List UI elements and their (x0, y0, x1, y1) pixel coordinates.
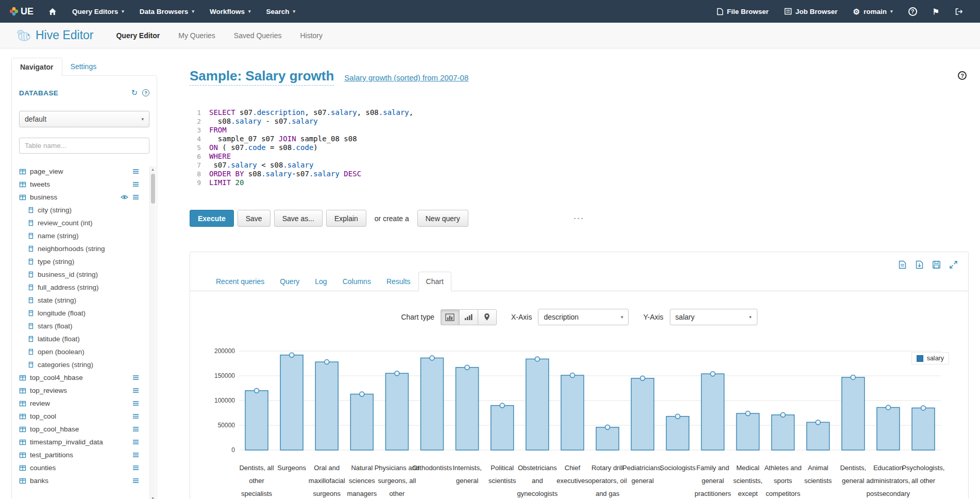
chart-type-map-button[interactable] (478, 309, 497, 325)
tab-query-editor[interactable]: Query Editor (116, 31, 160, 40)
scrollbar-thumb[interactable] (151, 174, 155, 204)
chart-point[interactable] (605, 425, 610, 429)
chart-point[interactable] (781, 412, 785, 417)
tab-query[interactable]: Query (272, 272, 307, 291)
table-search-input[interactable] (19, 138, 149, 154)
tab-my-queries[interactable]: My Queries (178, 31, 215, 40)
chart-point[interactable] (325, 360, 329, 364)
column-row[interactable]: open (boolean) (19, 345, 149, 358)
query-subtitle-link[interactable]: Salary growth (sorted) from 2007-08 (344, 73, 468, 82)
tab-columns[interactable]: Columns (335, 272, 379, 291)
app-title[interactable]: Hive Editor (15, 28, 93, 42)
table-row[interactable]: top_cool4_hbase (19, 371, 149, 384)
chart-bar[interactable] (350, 394, 373, 451)
chart-bar[interactable] (666, 417, 689, 450)
chart-type-bar-button[interactable] (441, 309, 460, 325)
table-row[interactable]: top_reviews (19, 384, 149, 397)
chart-bar[interactable] (631, 378, 654, 450)
chart-bar[interactable] (807, 422, 830, 450)
tab-recent-queries[interactable]: Recent queries (208, 272, 272, 291)
chart-point[interactable] (395, 371, 399, 376)
columns-list-icon[interactable] (132, 375, 139, 380)
menu-data-browsers[interactable]: Data Browsers ▾ (132, 0, 202, 23)
chart-bar[interactable] (491, 406, 514, 450)
save-as-button[interactable]: Save as... (274, 210, 323, 227)
column-row[interactable]: neighborhoods (string (19, 242, 149, 255)
hue-logo[interactable]: UE (9, 6, 33, 17)
resize-handle[interactable]: ··· (574, 214, 585, 223)
columns-list-icon[interactable] (132, 478, 139, 484)
refresh-icon[interactable]: ↻ (131, 88, 138, 97)
chart-bar[interactable] (596, 427, 619, 450)
fullscreen-icon[interactable] (949, 260, 958, 269)
table-row[interactable]: counties (19, 461, 149, 474)
columns-list-icon[interactable] (132, 181, 139, 187)
chart-point[interactable] (255, 388, 259, 393)
chart-bar[interactable] (701, 374, 724, 450)
y-axis-select[interactable]: salary ▾ (670, 309, 757, 325)
chart-point[interactable] (360, 392, 364, 396)
chart-bar[interactable] (245, 391, 268, 450)
chart-bar[interactable] (456, 368, 479, 450)
download-xls-icon[interactable] (898, 260, 907, 269)
column-row[interactable]: review_count (int) (19, 217, 149, 229)
columns-list-icon[interactable] (132, 401, 139, 406)
user-menu[interactable]: ⚙ romain ▾ (846, 0, 901, 23)
column-row[interactable]: categories (string) (19, 358, 149, 371)
scroll-down-icon[interactable]: ▼ (151, 495, 155, 499)
new-query-button[interactable]: New query (417, 210, 468, 227)
help-button[interactable]: ? (901, 0, 925, 23)
columns-list-icon[interactable] (132, 388, 139, 393)
column-row[interactable]: state (string) (19, 294, 149, 307)
table-row[interactable]: top_cool_hbase (19, 423, 149, 436)
chart-point[interactable] (500, 403, 504, 408)
explain-button[interactable]: Explain (326, 210, 366, 227)
menu-workflows[interactable]: Workflows ▾ (202, 0, 259, 23)
chart-bar[interactable] (736, 413, 759, 450)
sidebar-scrollbar[interactable]: ▲ ▼ (149, 166, 156, 499)
column-row[interactable]: type (string) (19, 255, 149, 268)
chart-bar[interactable] (526, 359, 549, 450)
flag-button[interactable]: ⚑ (925, 0, 947, 23)
columns-list-icon[interactable] (132, 413, 139, 419)
preview-eye-icon[interactable] (121, 194, 128, 200)
chart-point[interactable] (711, 372, 715, 376)
chart-bar[interactable] (877, 407, 900, 450)
table-row[interactable]: test_partitions (19, 448, 149, 461)
columns-list-icon[interactable] (132, 169, 139, 174)
table-row[interactable]: tweets (19, 178, 149, 191)
chart-point[interactable] (886, 405, 890, 410)
query-help-icon[interactable]: ? (958, 71, 967, 80)
save-button[interactable]: Save (238, 210, 271, 227)
chart-bar[interactable] (280, 355, 303, 450)
query-title[interactable]: Sample: Salary growth (190, 68, 334, 86)
table-row[interactable]: page_view (19, 165, 149, 178)
tab-saved-queries[interactable]: Saved Queries (234, 31, 282, 40)
chart-type-bars-button[interactable] (459, 309, 478, 325)
column-row[interactable]: stars (float) (19, 320, 149, 332)
chart-point[interactable] (816, 420, 820, 425)
menu-search[interactable]: Search ▾ (258, 0, 303, 23)
chart-bar[interactable] (315, 362, 338, 450)
column-row[interactable]: full_address (string) (19, 281, 149, 294)
column-row[interactable]: city (string) (19, 204, 149, 217)
download-csv-icon[interactable] (915, 260, 924, 269)
chart-bar[interactable] (842, 377, 865, 450)
chart-point[interactable] (535, 357, 539, 361)
execute-button[interactable]: Execute (190, 210, 234, 227)
tab-navigator[interactable]: Navigator (11, 58, 62, 76)
tab-settings[interactable]: Settings (62, 58, 105, 75)
logout-button[interactable] (947, 0, 971, 23)
tab-chart[interactable]: Chart (418, 272, 451, 291)
table-row[interactable]: banks (19, 474, 149, 487)
chart-point[interactable] (675, 414, 680, 419)
assist-help-icon[interactable]: ? (142, 89, 149, 96)
x-axis-select[interactable]: description ▾ (538, 309, 629, 325)
column-row[interactable]: latitude (float) (19, 332, 149, 345)
save-icon[interactable] (932, 260, 941, 269)
chart-bar[interactable] (912, 408, 935, 450)
table-row[interactable]: review (19, 397, 149, 410)
columns-list-icon[interactable] (132, 194, 139, 200)
file-browser-button[interactable]: File Browser (709, 0, 776, 23)
columns-list-icon[interactable] (132, 465, 139, 471)
